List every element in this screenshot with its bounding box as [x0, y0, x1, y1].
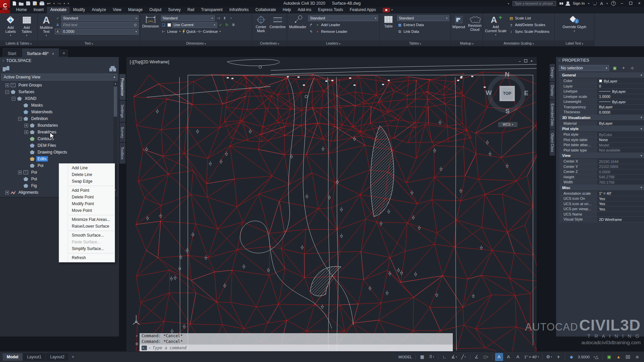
panel-footer-text[interactable]: Text▾	[38, 41, 140, 46]
ribbon-tab[interactable]: Add-ins	[294, 7, 315, 13]
selection-filter-icon[interactable]: ▫△	[592, 353, 600, 361]
selection-type-dropdown[interactable]: No selection▾	[559, 65, 609, 71]
property-value[interactable]: 0.0000	[597, 110, 644, 115]
property-value[interactable]: Model	[597, 142, 644, 147]
dimension-button[interactable]: Dimension	[142, 14, 160, 41]
ribbon-tab[interactable]: Help	[279, 7, 294, 13]
tree-item[interactable]: Contours	[1, 135, 119, 142]
find-text-input[interactable]: Find text⊙	[61, 22, 139, 28]
tree-scrollbar-thumb[interactable]	[114, 86, 117, 117]
panel-footer-markup[interactable]: Markup▾	[451, 41, 483, 46]
drawing-close-icon[interactable]: ×	[531, 59, 533, 63]
table-button[interactable]: Table	[381, 14, 396, 41]
help-search-input[interactable]: Type a keyword or phrase	[513, 1, 556, 6]
tree-item[interactable]: Watersheds	[1, 109, 119, 115]
layout-tab[interactable]: Layout2	[46, 353, 68, 361]
new-layout-button[interactable]: +	[69, 355, 77, 359]
tree-item[interactable]: − Surfaces	[1, 88, 119, 95]
tree-expand-toggle[interactable]	[18, 104, 22, 107]
property-value[interactable]: Not available	[597, 148, 644, 153]
toolspace-side-tab[interactable]: Settings	[119, 100, 126, 122]
text-align-icon[interactable]: A	[55, 22, 60, 27]
layout-tab[interactable]: Layout1	[23, 353, 46, 361]
wipeout-button[interactable]: Wipeout	[451, 14, 466, 41]
elevation-stack-icon[interactable]: ◆	[568, 353, 576, 361]
property-value[interactable]: Yes	[597, 201, 644, 206]
multileader-button[interactable]: Multileader	[288, 14, 307, 41]
connect-icon[interactable]: ▣	[383, 8, 390, 12]
toolspace-sheets-icon[interactable]	[3, 66, 9, 71]
ribbon-tab[interactable]: View	[109, 7, 125, 13]
dim-layer-dropdown[interactable]: Use Current▾	[172, 22, 217, 28]
context-menu-item[interactable]: Move Point	[59, 207, 115, 214]
tree-expand-toggle[interactable]	[24, 157, 28, 161]
context-menu-item[interactable]: Raise/Lower Surface	[59, 223, 115, 230]
ribbon-tab[interactable]: Manage	[125, 7, 146, 13]
centerline-button[interactable]: Centerline	[270, 14, 285, 41]
mleader-style-dropdown[interactable]: Standard▾	[308, 15, 378, 21]
property-value[interactable]: 546.2788	[597, 175, 644, 180]
dim-reassociate-icon[interactable]: ↻	[224, 22, 230, 27]
tree-item[interactable]: − XGND	[1, 95, 119, 102]
context-menu-item[interactable]: Simplify Surface...	[59, 245, 115, 252]
context-menu-item[interactable]: Minimize Flat Areas...	[59, 216, 115, 223]
context-menu-item[interactable]: Add Point	[59, 187, 115, 194]
panel-footer-centerlines[interactable]: Centerlines▾	[252, 41, 287, 46]
tree-item[interactable]: Edits	[1, 156, 119, 162]
spell-check-icon[interactable]: ✓	[55, 15, 60, 21]
ribbon-tab[interactable]: Output	[146, 7, 165, 13]
property-value[interactable]: 21102.5866	[597, 164, 644, 169]
save-as-icon[interactable]	[33, 1, 37, 5]
tin-surface-viewport[interactable]	[126, 57, 537, 351]
dim-style-dropdown[interactable]: Standard▾	[161, 15, 215, 21]
context-menu-item[interactable]: Delete Line	[59, 171, 115, 178]
tree-item[interactable]: − Definition	[1, 115, 119, 122]
panel-footer-leaders[interactable]: Leaders▾	[287, 41, 379, 46]
dim-update-icon[interactable]: ✓	[218, 22, 223, 27]
property-value[interactable]: 760.1756	[597, 180, 644, 185]
search-collapse-icon[interactable]: ▸	[508, 2, 509, 5]
annotation-monitor-icon[interactable]: +	[554, 353, 562, 361]
quick-dim-button[interactable]: Quick	[186, 29, 196, 34]
workspace-switching-icon[interactable]: ⚙▾	[545, 353, 553, 361]
scale-list-button[interactable]: Scale List	[515, 16, 531, 20]
add-delete-scales-button[interactable]: Add/Delete Scales	[515, 23, 545, 27]
continue-dim-button[interactable]: Continue	[203, 29, 218, 34]
connect-dropdown-icon[interactable]: ▾	[391, 8, 393, 13]
override-glyph-button[interactable]: i Override Glyph▾	[562, 14, 587, 41]
tree-item[interactable]: Masks	[1, 102, 119, 109]
tree-expand-toggle[interactable]	[24, 150, 28, 154]
tree-expand-toggle[interactable]	[18, 110, 22, 114]
table-style-dropdown[interactable]: Standard▾	[397, 15, 449, 21]
property-value[interactable]: ByLayer	[597, 99, 644, 104]
section-header-3d-visualization[interactable]: 3D Visualization▾	[559, 115, 644, 121]
redo-icon[interactable]: ↪	[57, 1, 61, 6]
remove-leader-button[interactable]: Remove Leader	[321, 29, 347, 34]
ortho-mode-icon[interactable]: ∟	[441, 353, 449, 361]
property-value[interactable]: 1" = 40'	[597, 191, 644, 196]
property-value[interactable]: 0	[597, 84, 644, 89]
properties-side-tab[interactable]: Display	[549, 81, 555, 100]
dim-jog-line-icon[interactable]: ~	[228, 15, 234, 21]
polar-tracking-icon[interactable]: ∡▾	[450, 353, 458, 361]
minimize-window-button[interactable]: –	[619, 1, 625, 6]
command-recent-dropdown-icon[interactable]: ▾	[149, 347, 151, 350]
app-store-icon[interactable]: A	[600, 1, 603, 6]
tree-expand-toggle[interactable]	[24, 144, 28, 147]
section-header-view[interactable]: View▾	[559, 153, 644, 159]
ribbon-tab[interactable]: Analyze	[88, 7, 109, 13]
new-file-icon[interactable]	[13, 1, 16, 6]
save-icon[interactable]	[26, 1, 30, 5]
quick-select-icon[interactable]: ⊹	[629, 65, 635, 71]
autoscale-icon[interactable]: A	[504, 353, 513, 361]
property-value[interactable]: ByLayer	[597, 105, 644, 110]
file-tab[interactable]: Surface-4B* ×	[22, 48, 59, 57]
property-value[interactable]: ByLayer	[597, 121, 644, 126]
text-style-dropdown[interactable]: Standard▾	[61, 15, 139, 21]
tree-item[interactable]: + Boundaries	[1, 122, 119, 129]
viewcube-south[interactable]: S	[505, 108, 510, 115]
isodraft-icon[interactable]: ╱▾	[460, 353, 468, 361]
property-value[interactable]: ByLayer	[597, 78, 644, 83]
hardware-acceleration-icon[interactable]: ▣	[605, 353, 613, 361]
toolspace-panorama-icon[interactable]	[109, 66, 116, 71]
